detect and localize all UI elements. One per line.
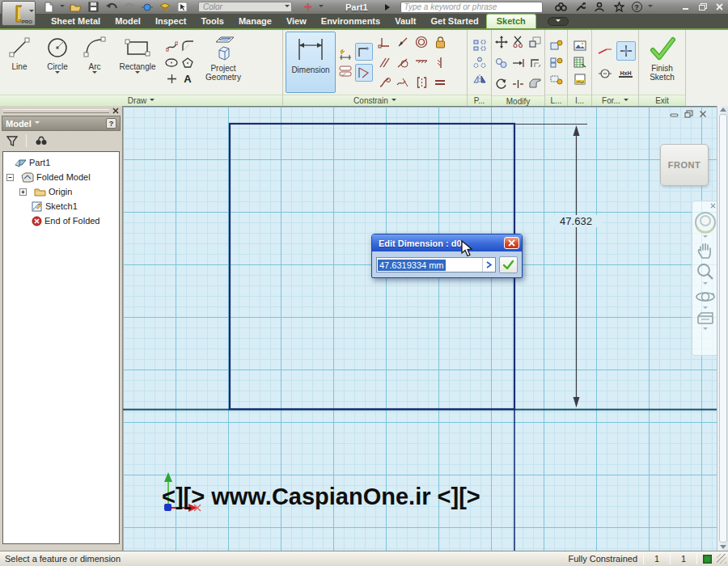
panel-label-insert[interactable]: I... (568, 95, 591, 106)
navbar-caret-icon-2[interactable] (703, 282, 708, 287)
help-icon[interactable]: ? (632, 2, 642, 12)
rotate-button[interactable] (494, 77, 509, 91)
mirror-button[interactable] (472, 73, 487, 87)
insert-acad-button[interactable] (573, 73, 587, 87)
edit-dimension-close-button[interactable] (504, 237, 519, 249)
constraint-inference-button[interactable] (355, 43, 373, 61)
fix-constraint-button[interactable] (433, 36, 447, 49)
project-geometry-button[interactable]: Project Geometry (197, 32, 249, 93)
look-at-icon[interactable] (696, 312, 715, 327)
browser-header[interactable]: Model ? (2, 116, 121, 131)
tree-item-sketch1[interactable]: Sketch1 (5, 199, 119, 213)
dimension-tool-button[interactable]: Dimension (286, 32, 336, 93)
browser-close-icon[interactable] (112, 108, 119, 114)
tab-environments[interactable]: Environments (314, 15, 387, 28)
perpendicular-constraint-button[interactable] (377, 36, 392, 49)
color-override-combo[interactable]: Color (198, 2, 292, 12)
favorites-star-icon[interactable] (612, 1, 626, 13)
tree-item-end-of-folded[interactable]: End of Folded (5, 213, 119, 228)
copy-button[interactable] (494, 56, 509, 70)
centerline-button[interactable] (598, 67, 612, 81)
open-file-button[interactable] (69, 1, 83, 13)
ellipse-tool-button[interactable] (164, 56, 179, 70)
horizontal-constraint-button[interactable] (414, 56, 429, 70)
stretch-button[interactable] (528, 77, 543, 91)
tangent-constraint-button[interactable] (396, 56, 410, 70)
coincident-constraint-button[interactable] (396, 36, 410, 49)
auto-dimension-button[interactable] (338, 47, 353, 61)
navbar-caret-icon-3[interactable] (703, 306, 708, 311)
collinear-constraint-button[interactable] (396, 76, 410, 90)
show-constraints-button[interactable] (338, 64, 353, 78)
new-file-caret-icon[interactable] (60, 5, 65, 10)
polygon-tool-button[interactable] (180, 56, 195, 70)
pan-hand-icon[interactable] (696, 241, 714, 260)
navbar-caret-icon-4[interactable] (703, 327, 708, 332)
constraint-persistence-button[interactable] (355, 64, 373, 82)
tab-view[interactable]: View (279, 15, 314, 28)
point-tool-button[interactable] (164, 72, 179, 86)
offset-button[interactable] (528, 56, 543, 70)
measure-button[interactable] (140, 1, 154, 13)
help-search-input[interactable] (400, 2, 543, 13)
application-menu-button[interactable]: PRO (2, 1, 36, 26)
find-binoculars-icon[interactable] (35, 136, 48, 146)
browser-help-button[interactable]: ? (106, 118, 116, 129)
orbit-icon[interactable] (695, 288, 716, 306)
finish-sketch-button[interactable]: Finish Sketch (641, 32, 683, 93)
tab-model[interactable]: Model (108, 15, 148, 28)
close-button[interactable] (714, 2, 725, 11)
parallel-constraint-button[interactable] (377, 56, 392, 70)
center-point-button[interactable] (616, 41, 636, 61)
scroll-down-icon[interactable] (720, 544, 726, 549)
symmetric-constraint-button[interactable] (414, 76, 429, 90)
viewcube-front-face[interactable]: FRONT (668, 160, 700, 170)
steering-wheel-icon[interactable] (693, 210, 717, 234)
split-button[interactable] (511, 77, 526, 91)
tab-vault[interactable]: Vault (387, 15, 423, 28)
vertical-constraint-button[interactable] (433, 56, 447, 70)
expand-expander-icon[interactable] (19, 188, 27, 196)
search-expand-icon[interactable] (385, 4, 393, 11)
undo-button[interactable] (104, 1, 118, 13)
viewcube[interactable]: FRONT (660, 144, 709, 186)
redo-button[interactable] (122, 1, 136, 13)
spline-tool-button[interactable] (164, 40, 179, 53)
tree-item-folded-model[interactable]: Folded Model (5, 170, 119, 184)
help-caret-icon[interactable] (648, 5, 653, 10)
panel-label-format[interactable]: For... (592, 95, 638, 106)
sign-in-icon[interactable] (593, 1, 607, 13)
panel-label-exit[interactable]: Exit (639, 95, 685, 106)
restore-button[interactable] (697, 2, 708, 11)
circle-tool-button[interactable]: Circle (39, 32, 76, 93)
save-button[interactable] (87, 1, 100, 13)
dimension-value-label[interactable]: 47.632 (549, 215, 603, 227)
scroll-up-icon[interactable] (720, 108, 726, 112)
tab-manage[interactable]: Manage (231, 15, 279, 28)
vertical-scrollbar[interactable] (717, 106, 728, 551)
extend-button[interactable] (511, 56, 526, 70)
minimize-button[interactable] (680, 2, 691, 11)
navbar-close-icon[interactable] (710, 203, 716, 209)
panel-label-pattern[interactable]: P... (468, 95, 491, 106)
rectangular-pattern-button[interactable] (472, 39, 487, 53)
wrench-icon[interactable] (574, 1, 587, 13)
fillet-tool-button[interactable] (180, 40, 195, 53)
tree-item-origin[interactable]: Origin (5, 184, 119, 199)
scrollbar-thumb[interactable] (719, 114, 727, 543)
panel-label-layout[interactable]: L... (545, 95, 567, 106)
rectangle-tool-button[interactable]: Rectangle (113, 32, 162, 93)
panel-label-draw[interactable]: Draw (0, 95, 282, 106)
ribbon-minimize-button[interactable] (548, 17, 569, 26)
new-file-button[interactable] (42, 1, 56, 13)
browser-grab-bar[interactable] (0, 106, 122, 116)
trim-button[interactable] (511, 35, 526, 49)
material-button[interactable] (301, 1, 315, 13)
equal-constraint-button[interactable] (433, 76, 447, 90)
panel-label-constrain[interactable]: Constrain (283, 95, 467, 106)
construction-line-button[interactable] (598, 44, 612, 58)
sketch-canvas[interactable]: 47.632 FRONT (123, 106, 717, 551)
driven-dimension-button[interactable]: HxH (619, 67, 633, 81)
text-tool-button[interactable]: A (180, 72, 195, 86)
material-caret-icon[interactable] (319, 5, 324, 10)
